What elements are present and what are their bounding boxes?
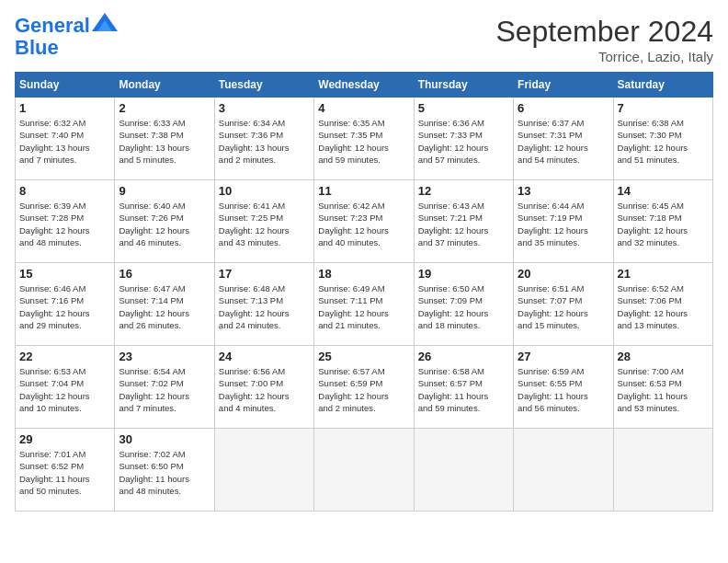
table-row: 29Sunrise: 7:01 AM Sunset: 6:52 PM Dayli… <box>16 429 115 511</box>
day-number: 4 <box>318 101 409 115</box>
day-info: Sunrise: 6:42 AM Sunset: 7:23 PM Dayligh… <box>318 200 409 248</box>
day-number: 8 <box>19 184 110 198</box>
day-info: Sunrise: 6:43 AM Sunset: 7:21 PM Dayligh… <box>418 200 509 248</box>
day-number: 21 <box>618 267 709 281</box>
day-number: 15 <box>19 267 110 281</box>
logo: General Blue <box>15 15 118 59</box>
table-row: 2Sunrise: 6:33 AM Sunset: 7:38 PM Daylig… <box>115 98 214 180</box>
day-number: 20 <box>518 267 609 281</box>
empty-cell <box>214 429 313 511</box>
day-number: 2 <box>119 101 210 115</box>
day-info: Sunrise: 6:45 AM Sunset: 7:18 PM Dayligh… <box>618 200 709 248</box>
table-row: 26Sunrise: 6:58 AM Sunset: 6:57 PM Dayli… <box>414 346 513 429</box>
logo-text-blue: Blue <box>15 37 59 59</box>
header-wednesday: Wednesday <box>314 73 414 98</box>
empty-cell <box>613 429 712 511</box>
header-thursday: Thursday <box>414 73 513 98</box>
day-info: Sunrise: 6:54 AM Sunset: 7:02 PM Dayligh… <box>119 365 210 414</box>
day-info: Sunrise: 6:53 AM Sunset: 7:04 PM Dayligh… <box>19 365 110 414</box>
table-row: 4Sunrise: 6:35 AM Sunset: 7:35 PM Daylig… <box>314 98 414 180</box>
day-number: 22 <box>19 350 110 363</box>
location: Torrice, Lazio, Italy <box>495 49 713 64</box>
empty-cell <box>314 429 414 511</box>
month-title: September 2024 <box>495 15 713 49</box>
table-row: 25Sunrise: 6:57 AM Sunset: 6:59 PM Dayli… <box>314 346 414 429</box>
day-info: Sunrise: 6:37 AM Sunset: 7:31 PM Dayligh… <box>518 117 609 166</box>
day-number: 27 <box>518 350 609 363</box>
logo-icon <box>92 13 118 31</box>
day-info: Sunrise: 6:39 AM Sunset: 7:28 PM Dayligh… <box>19 200 110 248</box>
table-row: 23Sunrise: 6:54 AM Sunset: 7:02 PM Dayli… <box>115 346 214 429</box>
day-number: 28 <box>618 350 709 363</box>
day-number: 26 <box>418 350 509 363</box>
table-row: 6Sunrise: 6:37 AM Sunset: 7:31 PM Daylig… <box>514 98 613 180</box>
table-row: 19Sunrise: 6:50 AM Sunset: 7:09 PM Dayli… <box>414 263 513 346</box>
table-row: 8Sunrise: 6:39 AM Sunset: 7:28 PM Daylig… <box>16 180 115 263</box>
empty-cell <box>514 429 613 511</box>
table-row: 21Sunrise: 6:52 AM Sunset: 7:06 PM Dayli… <box>613 263 712 346</box>
day-info: Sunrise: 6:59 AM Sunset: 6:55 PM Dayligh… <box>518 365 609 414</box>
day-info: Sunrise: 6:51 AM Sunset: 7:07 PM Dayligh… <box>518 282 609 331</box>
table-row: 16Sunrise: 6:47 AM Sunset: 7:14 PM Dayli… <box>115 263 214 346</box>
header-tuesday: Tuesday <box>214 73 313 98</box>
header-sunday: Sunday <box>16 73 115 98</box>
header-friday: Friday <box>514 73 613 98</box>
table-row: 27Sunrise: 6:59 AM Sunset: 6:55 PM Dayli… <box>514 346 613 429</box>
day-info: Sunrise: 6:36 AM Sunset: 7:33 PM Dayligh… <box>418 117 509 166</box>
table-row: 10Sunrise: 6:41 AM Sunset: 7:25 PM Dayli… <box>214 180 313 263</box>
day-info: Sunrise: 6:41 AM Sunset: 7:25 PM Dayligh… <box>219 200 310 248</box>
day-info: Sunrise: 6:58 AM Sunset: 6:57 PM Dayligh… <box>418 365 509 414</box>
day-number: 19 <box>418 267 509 281</box>
day-info: Sunrise: 6:49 AM Sunset: 7:11 PM Dayligh… <box>318 282 409 331</box>
day-number: 7 <box>618 101 709 115</box>
day-info: Sunrise: 6:38 AM Sunset: 7:30 PM Dayligh… <box>618 117 709 166</box>
day-number: 12 <box>418 184 509 198</box>
day-number: 5 <box>418 101 509 115</box>
day-number: 14 <box>618 184 709 198</box>
table-row: 17Sunrise: 6:48 AM Sunset: 7:13 PM Dayli… <box>214 263 313 346</box>
page-header: General Blue September 2024 Torrice, Laz… <box>15 15 713 64</box>
empty-cell <box>414 429 513 511</box>
day-number: 10 <box>219 184 310 198</box>
day-info: Sunrise: 6:40 AM Sunset: 7:26 PM Dayligh… <box>119 200 210 248</box>
day-number: 17 <box>219 267 310 281</box>
day-info: Sunrise: 6:32 AM Sunset: 7:40 PM Dayligh… <box>19 117 110 166</box>
day-number: 18 <box>318 267 409 281</box>
table-row: 13Sunrise: 6:44 AM Sunset: 7:19 PM Dayli… <box>514 180 613 263</box>
table-row: 30Sunrise: 7:02 AM Sunset: 6:50 PM Dayli… <box>115 429 214 511</box>
day-number: 30 <box>119 432 210 446</box>
table-row: 22Sunrise: 6:53 AM Sunset: 7:04 PM Dayli… <box>16 346 115 429</box>
day-number: 25 <box>318 350 409 363</box>
day-info: Sunrise: 6:47 AM Sunset: 7:14 PM Dayligh… <box>119 282 210 331</box>
table-row: 18Sunrise: 6:49 AM Sunset: 7:11 PM Dayli… <box>314 263 414 346</box>
table-row: 14Sunrise: 6:45 AM Sunset: 7:18 PM Dayli… <box>613 180 712 263</box>
day-number: 3 <box>219 101 310 115</box>
table-row: 1Sunrise: 6:32 AM Sunset: 7:40 PM Daylig… <box>16 98 115 180</box>
header-monday: Monday <box>115 73 214 98</box>
day-info: Sunrise: 6:57 AM Sunset: 6:59 PM Dayligh… <box>318 365 409 414</box>
table-row: 20Sunrise: 6:51 AM Sunset: 7:07 PM Dayli… <box>514 263 613 346</box>
table-row: 3Sunrise: 6:34 AM Sunset: 7:36 PM Daylig… <box>214 98 313 180</box>
day-info: Sunrise: 6:44 AM Sunset: 7:19 PM Dayligh… <box>518 200 609 248</box>
day-number: 16 <box>119 267 210 281</box>
logo-text: General <box>15 15 90 37</box>
table-row: 12Sunrise: 6:43 AM Sunset: 7:21 PM Dayli… <box>414 180 513 263</box>
table-row: 7Sunrise: 6:38 AM Sunset: 7:30 PM Daylig… <box>613 98 712 180</box>
day-number: 11 <box>318 184 409 198</box>
day-info: Sunrise: 6:46 AM Sunset: 7:16 PM Dayligh… <box>19 282 110 331</box>
day-number: 13 <box>518 184 609 198</box>
table-row: 11Sunrise: 6:42 AM Sunset: 7:23 PM Dayli… <box>314 180 414 263</box>
day-info: Sunrise: 6:52 AM Sunset: 7:06 PM Dayligh… <box>618 282 709 331</box>
day-number: 24 <box>219 350 310 363</box>
day-info: Sunrise: 6:48 AM Sunset: 7:13 PM Dayligh… <box>219 282 310 331</box>
calendar-header-row: Sunday Monday Tuesday Wednesday Thursday… <box>16 73 713 98</box>
table-row: 24Sunrise: 6:56 AM Sunset: 7:00 PM Dayli… <box>214 346 313 429</box>
day-info: Sunrise: 7:00 AM Sunset: 6:53 PM Dayligh… <box>618 365 709 414</box>
day-info: Sunrise: 6:50 AM Sunset: 7:09 PM Dayligh… <box>418 282 509 331</box>
day-info: Sunrise: 6:34 AM Sunset: 7:36 PM Dayligh… <box>219 117 310 166</box>
table-row: 15Sunrise: 6:46 AM Sunset: 7:16 PM Dayli… <box>16 263 115 346</box>
day-number: 1 <box>19 101 110 115</box>
day-number: 6 <box>518 101 609 115</box>
day-info: Sunrise: 7:01 AM Sunset: 6:52 PM Dayligh… <box>19 448 110 497</box>
title-block: September 2024 Torrice, Lazio, Italy <box>495 15 713 64</box>
